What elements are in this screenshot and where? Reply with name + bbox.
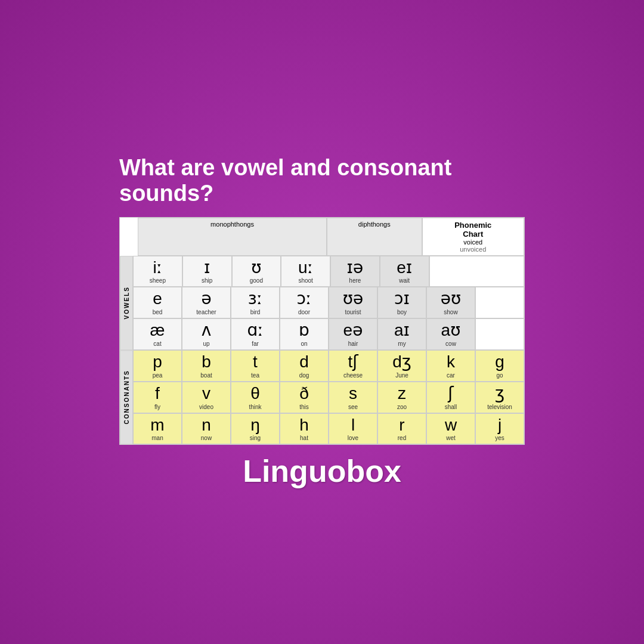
cell-zh: ʒ television — [475, 382, 524, 413]
brand-title: Linguobox — [243, 453, 401, 489]
cell-ai: aɪ my — [377, 318, 426, 350]
cell-ue: ʊə tourist — [329, 287, 377, 318]
monophthongs-header: monophthongs — [138, 218, 327, 256]
phonemic-header: Phonemic Chart voiced unvoiced — [422, 218, 525, 256]
cell-n: n now — [182, 413, 231, 445]
cell-uu: uː shoot — [281, 256, 330, 287]
cell-s: s see — [329, 382, 377, 413]
cell-open-o: ɔː door — [280, 287, 329, 318]
consonant-row-1: p pea b boat t tea d dog tʃ cheese — [133, 350, 524, 382]
unvoiced-label: unvoiced — [460, 246, 486, 253]
cell-ie: ɪə here — [330, 256, 380, 287]
cell-g: g go — [475, 350, 524, 382]
vowels-grid: iː sheep ɪ ship ʊ good uː shoot ɪə her — [133, 256, 524, 350]
cell-empty1 — [429, 256, 525, 287]
phonemic-title: Phonemic — [454, 221, 491, 230]
cell-ezh: ɜː bird — [231, 287, 280, 318]
cell-ou: əʊ show — [426, 287, 475, 318]
cell-ei: eɪ wait — [380, 256, 429, 287]
chart-label: Chart — [463, 230, 483, 239]
cell-tsh: tʃ cheese — [329, 350, 377, 382]
cell-l: l love — [329, 413, 377, 445]
cell-theta: θ think — [231, 382, 280, 413]
cell-o: ɒ on — [280, 318, 329, 350]
cell-eng: ŋ sing — [231, 413, 280, 445]
cell-k: k car — [426, 350, 475, 382]
cell-schwa: ə teacher — [182, 287, 231, 318]
diphthongs-header: diphthongs — [327, 218, 422, 256]
cell-j: j yes — [475, 413, 524, 445]
cell-wedge: ʌ up — [182, 318, 231, 350]
consonants-grid: p pea b boat t tea d dog tʃ cheese — [133, 350, 524, 444]
cell-i: ɪ ship — [182, 256, 232, 287]
cell-h: h hat — [280, 413, 329, 445]
chart-header: monophthongs diphthongs Phonemic Chart v… — [120, 218, 524, 256]
cell-ii: iː sheep — [133, 256, 182, 287]
vowels-section: VOWELS iː sheep ɪ ship ʊ good uː shoo — [120, 256, 524, 350]
phonemic-chart: monophthongs diphthongs Phonemic Chart v… — [119, 217, 525, 445]
cell-p: p pea — [133, 350, 182, 382]
cell-f: f fly — [133, 382, 182, 413]
cell-b: b boat — [182, 350, 231, 382]
cell-eth: ð this — [280, 382, 329, 413]
cell-t: t tea — [231, 350, 280, 382]
consonant-row-2: f fly v video θ think ð this s see — [133, 382, 524, 413]
cell-ae: æ cat — [133, 318, 182, 350]
vowel-row-3: æ cat ʌ up ɑː far ɒ on eə hair — [133, 318, 524, 350]
cell-oi: ɔɪ boy — [377, 287, 426, 318]
cell-w: w wet — [426, 413, 475, 445]
cell-empty2 — [475, 287, 524, 318]
cell-v: v video — [182, 382, 231, 413]
vowel-row-1: iː sheep ɪ ship ʊ good uː shoot ɪə her — [133, 256, 524, 287]
cell-empty3 — [475, 318, 524, 350]
vowels-label: VOWELS — [120, 256, 133, 350]
cell-z: z zoo — [377, 382, 426, 413]
cell-upsilon: ʊ good — [232, 256, 281, 287]
cell-m: m man — [133, 413, 182, 445]
cell-ea: eə hair — [329, 318, 377, 350]
cell-aa: ɑː far — [231, 318, 280, 350]
cell-dzh: dʒ June — [377, 350, 426, 382]
cell-e: e bed — [133, 287, 182, 318]
main-title: What are vowel and consonant sounds? — [119, 155, 525, 206]
cell-sh: ʃ shall — [426, 382, 475, 413]
consonants-section: CONSONANTS p pea b boat t tea d dog — [120, 350, 524, 444]
cell-r: r red — [377, 413, 426, 445]
voiced-label: voiced — [463, 239, 482, 246]
cell-d: d dog — [280, 350, 329, 382]
vowel-row-2: e bed ə teacher ɜː bird ɔː door ʊə tou — [133, 287, 524, 318]
consonant-row-3: m man n now ŋ sing h hat l love — [133, 413, 524, 445]
consonants-label: CONSONANTS — [120, 350, 133, 444]
cell-au: aʊ cow — [426, 318, 475, 350]
